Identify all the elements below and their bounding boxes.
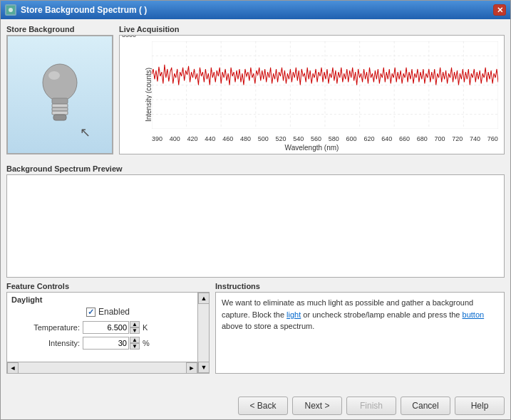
x-tick-620: 620 — [363, 135, 374, 142]
x-tick-740: 740 — [470, 135, 480, 142]
button-bar: < Back Next > Finish Cancel Help — [1, 392, 510, 419]
x-tick-500: 500 — [258, 135, 269, 142]
chart-area: Intensity (counts) 3500 — [119, 35, 505, 154]
scroll-down-btn[interactable]: ▼ — [198, 362, 210, 373]
background-preview-label: Background Spectrum Preview — [6, 164, 505, 173]
intensity-input[interactable] — [83, 337, 129, 350]
horizontal-scroll: ◄ ► — [7, 362, 197, 373]
feature-controls-panel: Feature Controls Daylight ✓ Enabled Temp… — [6, 282, 210, 387]
finish-button[interactable]: Finish — [346, 397, 396, 415]
window-title: Store Background Spectrum ( ) — [21, 5, 147, 15]
temperature-label: Temperature: — [16, 323, 80, 332]
x-tick-600: 600 — [346, 135, 357, 142]
button-link: button — [463, 310, 485, 319]
x-tick-680: 680 — [417, 135, 428, 142]
y-axis-label: Intensity (counts) — [145, 68, 153, 122]
intensity-label: Intensity: — [16, 339, 80, 347]
live-acquisition-panel: Live Acquisition Intensity (counts) 3500 — [119, 25, 505, 160]
store-background-box[interactable]: ↖ — [6, 35, 113, 154]
light-link: light — [287, 310, 301, 319]
checkbox-check: ✓ — [88, 308, 94, 317]
x-tick-460: 460 — [222, 135, 233, 142]
svg-rect-4 — [52, 98, 68, 104]
intensity-down-btn[interactable]: ▼ — [130, 343, 140, 350]
feature-controls-header: Feature Controls — [6, 282, 210, 290]
chart-inner: 3500 — [152, 41, 498, 129]
main-window: Store Background Spectrum ( ) ✕ Store Ba… — [0, 0, 511, 420]
intensity-row: Intensity: ▲ ▼ % — [11, 337, 205, 350]
feature-box: Daylight ✓ Enabled Temperature: ▲ — [6, 292, 210, 374]
svg-rect-7 — [52, 111, 68, 115]
svg-rect-8 — [53, 115, 66, 120]
y-max-label: 3500 — [122, 35, 136, 38]
feature-title: Daylight — [11, 295, 205, 304]
live-acquisition-label: Live Acquisition — [119, 25, 505, 33]
cursor-icon: ↖ — [80, 125, 91, 140]
instructions-header: Instructions — [215, 282, 505, 290]
lightbulb-icon — [35, 56, 85, 134]
bottom-section: Feature Controls Daylight ✓ Enabled Temp… — [6, 282, 505, 387]
close-button[interactable]: ✕ — [493, 4, 506, 16]
instructions-text: We want to eliminate as much light as po… — [222, 298, 484, 330]
x-tick-580: 580 — [329, 135, 339, 142]
svg-rect-5 — [52, 104, 68, 107]
x-tick-660: 660 — [399, 135, 410, 142]
svg-point-2 — [43, 64, 77, 101]
window-icon — [5, 4, 16, 16]
background-preview-panel: Background Spectrum Preview — [6, 164, 505, 278]
temperature-input[interactable] — [83, 321, 129, 334]
scroll-track[interactable] — [198, 304, 209, 362]
svg-rect-6 — [52, 107, 68, 111]
x-tick-760: 760 — [487, 135, 498, 142]
x-tick-400: 400 — [170, 135, 180, 142]
preview-box — [6, 174, 505, 278]
store-background-panel: Store Background — [6, 25, 113, 160]
x-tick-640: 640 — [381, 135, 392, 142]
x-tick-480: 480 — [240, 135, 251, 142]
temperature-spinner: ▲ ▼ — [130, 321, 140, 334]
intensity-unit: % — [143, 339, 150, 347]
top-row: Store Background — [6, 25, 505, 160]
intensity-spinner: ▲ ▼ — [130, 337, 140, 350]
help-button[interactable]: Help — [455, 397, 505, 415]
intensity-up-btn[interactable]: ▲ — [130, 337, 140, 343]
cancel-button[interactable]: Cancel — [401, 397, 450, 415]
enabled-label: Enabled — [98, 307, 130, 317]
temperature-unit: K — [143, 323, 148, 332]
svg-point-1 — [9, 8, 13, 12]
back-button[interactable]: < Back — [238, 397, 288, 415]
x-tick-390: 390 — [152, 135, 162, 142]
title-bar-left: Store Background Spectrum ( ) — [5, 4, 147, 16]
scroll-up-btn[interactable]: ▲ — [198, 293, 210, 304]
instructions-box: We want to eliminate as much light as po… — [215, 292, 505, 374]
x-tick-540: 540 — [293, 135, 304, 142]
x-tick-700: 700 — [435, 135, 445, 142]
hscroll-track[interactable] — [19, 362, 186, 374]
temperature-down-btn[interactable]: ▼ — [130, 327, 140, 334]
spectrum-chart — [152, 41, 498, 129]
next-button[interactable]: Next > — [292, 397, 342, 415]
x-axis-label: Wavelength (nm) — [285, 144, 339, 152]
x-tick-440: 440 — [205, 135, 215, 142]
x-tick-560: 560 — [311, 135, 321, 142]
hscroll-left-btn[interactable]: ◄ — [7, 362, 19, 374]
hscroll-right-btn[interactable]: ► — [186, 362, 197, 374]
store-background-label: Store Background — [6, 25, 113, 33]
x-axis-ticks: 390 400 420 440 460 480 500 520 540 560 … — [152, 135, 498, 142]
enabled-row: ✓ Enabled — [11, 307, 205, 317]
temperature-up-btn[interactable]: ▲ — [130, 321, 140, 327]
feature-inner: Daylight ✓ Enabled Temperature: ▲ — [7, 293, 209, 355]
x-tick-520: 520 — [275, 135, 286, 142]
window-content: Store Background — [1, 19, 510, 392]
temperature-row: Temperature: ▲ ▼ K — [11, 321, 205, 334]
x-tick-720: 720 — [452, 135, 463, 142]
enabled-checkbox[interactable]: ✓ — [86, 308, 96, 317]
instructions-panel: Instructions We want to eliminate as muc… — [215, 282, 505, 387]
title-bar: Store Background Spectrum ( ) ✕ — [1, 1, 510, 19]
x-tick-420: 420 — [187, 135, 198, 142]
feature-scrollbar: ▲ ▼ — [197, 293, 209, 373]
svg-point-3 — [48, 71, 60, 80]
